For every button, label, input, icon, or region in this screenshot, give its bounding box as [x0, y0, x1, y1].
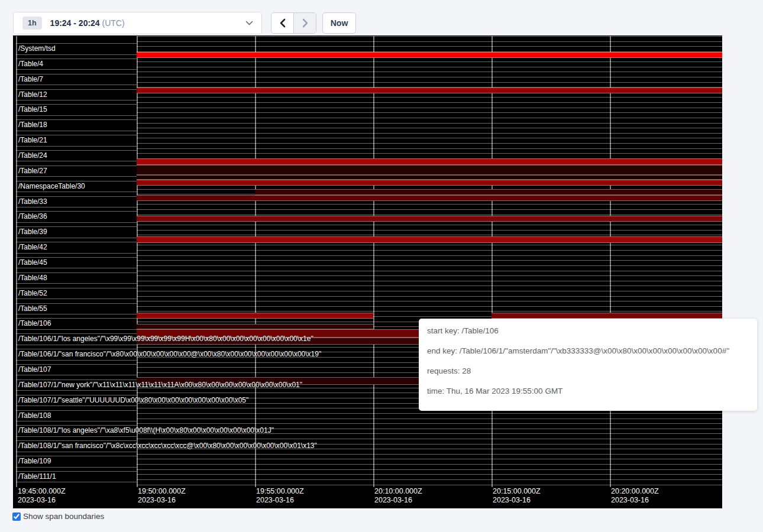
span-boundary-line: [137, 148, 722, 149]
axis-tick-label: 20:20:00.000Z2023-03-16: [611, 487, 659, 505]
span-boundary-line: [16, 314, 137, 314]
span-boundary-line: [137, 479, 722, 480]
span-boundary-line: [16, 115, 137, 116]
span-boundary-line: [137, 204, 722, 205]
next-time-button[interactable]: [294, 13, 316, 33]
row-label: /NamespaceTable/30: [18, 182, 85, 190]
span-boundary-line: [137, 474, 722, 475]
span-boundary-line: [137, 311, 722, 312]
span-boundary-line: [137, 230, 722, 231]
row-label: /Table/107/1/"new york"/"\x11\x11\x11\x1…: [18, 381, 302, 389]
span-boundary-line: [137, 108, 722, 108]
row-label: /Table/21: [18, 136, 47, 144]
span-boundary-line: [16, 131, 137, 131]
span-boundary-line: [16, 379, 137, 380]
span-boundary-line: [137, 123, 722, 124]
duration-badge: 1h: [22, 17, 42, 30]
span-boundary-line: [16, 54, 137, 55]
heatmap-band[interactable]: [255, 189, 722, 195]
span-boundary-line: [16, 238, 137, 238]
span-boundary-line: [16, 196, 137, 197]
time-range-label: 19:24 - 20:24 (UTC): [50, 18, 125, 28]
span-boundary-line: [16, 253, 137, 254]
span-boundary-line: [16, 85, 137, 85]
span-boundary-line: [16, 100, 137, 100]
span-boundary-line: [16, 360, 137, 361]
span-boundary-line: [137, 46, 722, 47]
span-boundary-line: [137, 265, 722, 266]
span-boundary-line: [137, 423, 722, 424]
time-range-value: 19:24 - 20:24: [50, 18, 100, 28]
heatmap-band[interactable]: [137, 165, 722, 176]
timezone-label: (UTC): [102, 18, 125, 28]
row-label: /Table/18: [18, 121, 47, 129]
span-boundary-line: [137, 419, 722, 419]
axis-tick-label: 20:10:00.000Z2023-03-16: [374, 487, 422, 505]
span-boundary-line: [16, 299, 137, 299]
span-boundary-line: [137, 225, 722, 225]
span-boundary-line: [137, 133, 722, 134]
span-boundary-line: [16, 440, 137, 441]
heatmap-band[interactable]: [137, 216, 722, 222]
span-boundary-line: [16, 471, 137, 472]
span-boundary-line: [137, 485, 722, 485]
chevron-down-icon: [245, 21, 253, 25]
row-label: /Table/109: [18, 457, 51, 465]
show-span-boundaries-checkbox[interactable]: [12, 512, 21, 521]
row-label: /Table/7: [18, 75, 43, 83]
span-boundary-line: [16, 303, 137, 304]
span-boundary-line: [16, 349, 137, 349]
span-boundary-line: [137, 439, 722, 439]
time-nav-group: [271, 12, 316, 34]
span-boundary-line: [137, 454, 722, 455]
span-boundary-line: [137, 301, 722, 301]
span-boundary-line: [16, 242, 137, 242]
span-boundary-line: [137, 459, 722, 459]
row-label: /Table/39: [18, 228, 47, 236]
heatmap-band[interactable]: [137, 324, 373, 329]
key-visualizer-canvas[interactable]: start key: /Table/106 end key: /Table/10…: [13, 35, 722, 508]
now-button[interactable]: Now: [322, 12, 356, 34]
span-boundary-line: [16, 69, 137, 70]
prev-time-button[interactable]: [271, 13, 294, 33]
heatmap-band[interactable]: [137, 236, 722, 243]
heatmap-band[interactable]: [137, 158, 722, 165]
span-boundary-line: [16, 207, 137, 207]
span-boundary-line: [137, 296, 722, 297]
span-boundary-line: [137, 275, 722, 276]
axis-tick-label: 19:45:00.000Z2023-03-16: [18, 487, 66, 505]
span-boundary-line: [16, 456, 137, 456]
span-boundary-line: [16, 135, 137, 135]
time-bucket-gridline: [492, 36, 493, 487]
heatmap-band[interactable]: [137, 87, 722, 93]
row-label: /Table/108/1/"los angeles"/"\xa8\xf5\u00…: [18, 426, 274, 434]
span-boundary-line: [16, 425, 137, 426]
row-label: /Table/45: [18, 258, 47, 267]
row-label: /Table/107: [18, 365, 51, 374]
heatmap-band[interactable]: [137, 180, 722, 186]
row-label: /Table/4: [18, 60, 43, 68]
span-boundary-line: [16, 318, 137, 319]
span-boundary-line: [137, 77, 722, 77]
span-boundary-line: [137, 286, 722, 286]
heatmap-band[interactable]: [492, 313, 722, 319]
span-boundary-line: [137, 61, 722, 62]
span-boundary-line: [16, 150, 137, 151]
axis-tick-label: 20:15:00.000Z2023-03-16: [493, 487, 541, 505]
axis-tick-label: 19:55:00.000Z2023-03-16: [256, 487, 304, 505]
span-boundary-line: [16, 176, 137, 177]
span-boundary-line: [137, 235, 722, 235]
heatmap-band[interactable]: [137, 195, 722, 201]
heatmap-band[interactable]: [137, 313, 373, 319]
span-boundary-line: [137, 255, 722, 256]
row-label: /Table/33: [18, 197, 47, 206]
heatmap-band[interactable]: [137, 52, 722, 58]
span-boundary-line: [16, 257, 137, 258]
show-span-boundaries-control[interactable]: Show span boundaries: [12, 512, 104, 521]
span-boundary-line: [16, 146, 137, 147]
span-boundary-line: [16, 43, 137, 44]
span-boundary-line: [137, 41, 722, 42]
row-label: /Table/27: [18, 167, 47, 175]
time-range-dropdown[interactable]: 1h 19:24 - 20:24 (UTC): [13, 12, 262, 34]
heatmap-band[interactable]: [137, 175, 722, 180]
